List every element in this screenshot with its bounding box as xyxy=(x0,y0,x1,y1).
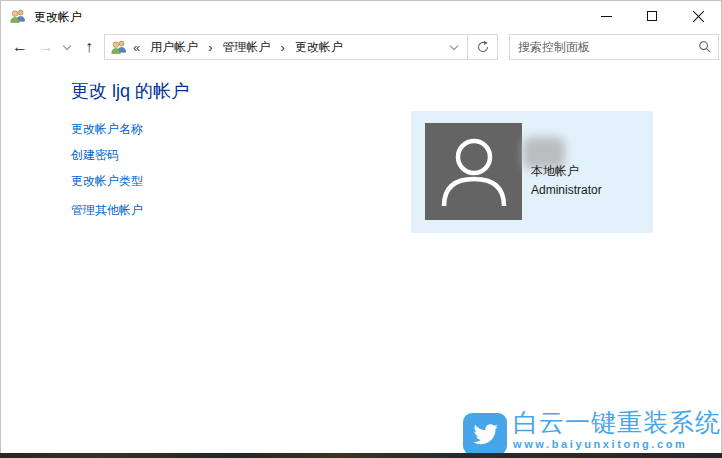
bird-icon-badge xyxy=(463,413,507,455)
watermark-url: www.baiyunxitong.com xyxy=(513,438,721,450)
back-button[interactable]: ← xyxy=(7,31,33,63)
search-box xyxy=(509,34,719,60)
breadcrumb-separator-icon: › xyxy=(200,40,220,55)
page-title: 更改 ljq 的帐户 xyxy=(71,79,189,103)
user-accounts-icon xyxy=(111,39,127,55)
chevron-down-icon xyxy=(63,41,71,49)
account-tile[interactable]: 本地帐户 Administrator xyxy=(411,111,653,233)
back-icon: ← xyxy=(12,38,28,56)
link-change-account-name[interactable]: 更改帐户名称 xyxy=(71,121,143,138)
caption-buttons xyxy=(583,1,721,31)
address-bar[interactable]: « 用户帐户 › 管理帐户 › 更改帐户 xyxy=(104,34,468,60)
link-create-password[interactable]: 创建密码 xyxy=(71,147,119,164)
search-input[interactable] xyxy=(510,40,692,54)
breadcrumb-item-change-account[interactable]: 更改帐户 xyxy=(293,39,345,56)
search-icon xyxy=(698,40,712,54)
desktop-wallpaper-edge xyxy=(0,453,722,458)
avatar xyxy=(425,123,522,220)
up-button[interactable]: ↑ xyxy=(77,31,101,63)
refresh-icon xyxy=(476,40,490,54)
breadcrumb-separator-icon: › xyxy=(273,40,293,55)
minimize-button[interactable] xyxy=(583,1,629,31)
close-button[interactable] xyxy=(675,1,721,31)
screen: 更改帐户 ← → ↑ « 用户帐户 › xyxy=(0,0,722,458)
breadcrumb-overflow-icon[interactable]: « xyxy=(133,40,140,55)
window-title: 更改帐户 xyxy=(34,9,82,26)
change-account-window: 更改帐户 ← → ↑ « 用户帐户 › xyxy=(0,0,722,453)
search-icon-button[interactable] xyxy=(692,40,718,54)
minimize-icon xyxy=(601,16,612,17)
navigation-bar: ← → ↑ « 用户帐户 › 管理帐户 › 更改帐户 xyxy=(1,31,721,63)
watermark-logo: 白云一键重装系统 www.baiyunxitong.com xyxy=(463,409,721,455)
link-manage-other-accounts[interactable]: 管理其他帐户 xyxy=(71,202,143,219)
main-content: 更改 ljq 的帐户 更改帐户名称 创建密码 更改帐户类型 管理其他帐户 本地帐… xyxy=(1,63,721,454)
breadcrumb-item-user-accounts[interactable]: 用户帐户 xyxy=(148,39,200,56)
maximize-button[interactable] xyxy=(629,1,675,31)
title-bar: 更改帐户 xyxy=(1,1,721,31)
refresh-button[interactable] xyxy=(467,34,498,60)
account-name-label: Administrator xyxy=(531,183,602,197)
account-type-label: 本地帐户 xyxy=(531,163,579,180)
watermark-title: 白云一键重装系统 xyxy=(513,409,721,437)
close-icon xyxy=(692,10,705,23)
address-dropdown-icon[interactable] xyxy=(450,41,458,49)
forward-button[interactable]: → xyxy=(33,31,59,63)
breadcrumb-item-manage-accounts[interactable]: 管理帐户 xyxy=(221,39,273,56)
link-change-account-type[interactable]: 更改帐户类型 xyxy=(71,173,143,190)
maximize-icon xyxy=(647,11,657,21)
up-icon: ↑ xyxy=(85,38,93,56)
watermark-text: 白云一键重装系统 www.baiyunxitong.com xyxy=(513,409,721,450)
user-accounts-icon xyxy=(10,8,26,24)
recent-pages-button[interactable] xyxy=(59,31,75,63)
bird-icon xyxy=(470,419,500,449)
forward-icon: → xyxy=(38,38,54,56)
person-icon xyxy=(426,124,522,220)
